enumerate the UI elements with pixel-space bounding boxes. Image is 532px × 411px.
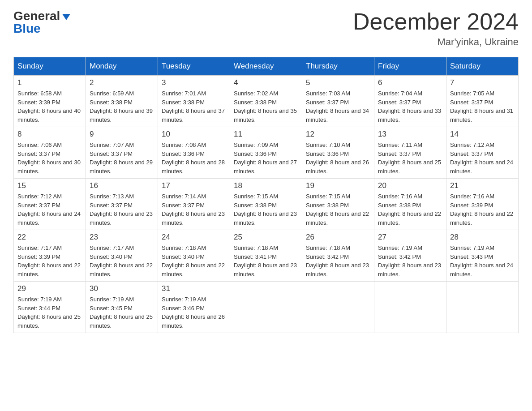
day-number: 24 [162, 233, 226, 242]
calendar-cell: 24 Sunrise: 7:18 AM Sunset: 3:40 PM Dayl… [158, 230, 230, 282]
day-number: 16 [90, 181, 154, 190]
calendar-cell [302, 282, 374, 333]
day-info: Sunrise: 7:18 AM Sunset: 3:42 PM Dayligh… [306, 244, 370, 278]
calendar-cell: 16 Sunrise: 7:13 AM Sunset: 3:37 PM Dayl… [86, 179, 158, 230]
day-info: Sunrise: 7:17 AM Sunset: 3:40 PM Dayligh… [90, 244, 154, 278]
calendar-cell: 28 Sunrise: 7:19 AM Sunset: 3:43 PM Dayl… [446, 230, 519, 282]
day-number: 31 [162, 284, 226, 293]
calendar-cell: 14 Sunrise: 7:12 AM Sunset: 3:37 PM Dayl… [446, 127, 519, 179]
day-number: 14 [450, 130, 515, 139]
day-info: Sunrise: 7:17 AM Sunset: 3:39 PM Dayligh… [17, 244, 82, 278]
day-number: 29 [17, 284, 82, 293]
day-info: Sunrise: 7:16 AM Sunset: 3:38 PM Dayligh… [378, 192, 442, 227]
day-number: 17 [162, 181, 226, 190]
calendar-week-3: 15 Sunrise: 7:12 AM Sunset: 3:37 PM Dayl… [14, 179, 519, 230]
day-info: Sunrise: 7:16 AM Sunset: 3:39 PM Dayligh… [450, 192, 515, 227]
day-info: Sunrise: 7:19 AM Sunset: 3:46 PM Dayligh… [162, 295, 226, 330]
day-info: Sunrise: 7:13 AM Sunset: 3:37 PM Dayligh… [90, 192, 154, 227]
calendar-week-4: 22 Sunrise: 7:17 AM Sunset: 3:39 PM Dayl… [14, 230, 519, 282]
calendar-week-2: 8 Sunrise: 7:06 AM Sunset: 3:37 PM Dayli… [14, 127, 519, 179]
day-number: 23 [90, 233, 154, 242]
calendar-cell: 30 Sunrise: 7:19 AM Sunset: 3:45 PM Dayl… [86, 282, 158, 333]
logo-blue-text: Blue [13, 21, 41, 36]
day-number: 26 [306, 233, 370, 242]
day-number: 9 [90, 130, 154, 139]
day-number: 5 [306, 78, 370, 87]
calendar-cell: 3 Sunrise: 7:01 AM Sunset: 3:38 PM Dayli… [158, 76, 230, 127]
day-info: Sunrise: 7:08 AM Sunset: 3:36 PM Dayligh… [162, 141, 226, 176]
calendar-cell: 6 Sunrise: 7:04 AM Sunset: 3:37 PM Dayli… [374, 76, 446, 127]
day-info: Sunrise: 7:05 AM Sunset: 3:37 PM Dayligh… [450, 89, 515, 124]
day-number: 15 [17, 181, 82, 190]
day-number: 1 [17, 78, 82, 87]
day-number: 4 [234, 78, 298, 87]
day-info: Sunrise: 7:12 AM Sunset: 3:37 PM Dayligh… [17, 192, 82, 227]
calendar-cell: 2 Sunrise: 6:59 AM Sunset: 3:38 PM Dayli… [86, 76, 158, 127]
calendar-week-5: 29 Sunrise: 7:19 AM Sunset: 3:44 PM Dayl… [14, 282, 519, 333]
col-thursday: Thursday [302, 57, 374, 76]
day-number: 2 [90, 78, 154, 87]
day-number: 11 [234, 130, 298, 139]
title-section: December 2024 Mar'yinka, Ukraine [353, 9, 519, 48]
day-info: Sunrise: 6:59 AM Sunset: 3:38 PM Dayligh… [90, 89, 154, 124]
month-year-title: December 2024 [353, 9, 519, 34]
calendar-cell: 26 Sunrise: 7:18 AM Sunset: 3:42 PM Dayl… [302, 230, 374, 282]
day-number: 10 [162, 130, 226, 139]
calendar-cell [446, 282, 519, 333]
day-number: 27 [378, 233, 442, 242]
col-tuesday: Tuesday [158, 57, 230, 76]
calendar-cell: 19 Sunrise: 7:15 AM Sunset: 3:38 PM Dayl… [302, 179, 374, 230]
calendar-cell: 10 Sunrise: 7:08 AM Sunset: 3:36 PM Dayl… [158, 127, 230, 179]
day-info: Sunrise: 7:19 AM Sunset: 3:45 PM Dayligh… [90, 295, 154, 330]
day-number: 20 [378, 181, 442, 190]
day-info: Sunrise: 7:15 AM Sunset: 3:38 PM Dayligh… [306, 192, 370, 227]
calendar-cell: 7 Sunrise: 7:05 AM Sunset: 3:37 PM Dayli… [446, 76, 519, 127]
day-info: Sunrise: 7:18 AM Sunset: 3:40 PM Dayligh… [162, 244, 226, 278]
day-number: 6 [378, 78, 442, 87]
day-number: 18 [234, 181, 298, 190]
day-number: 12 [306, 130, 370, 139]
calendar-cell: 23 Sunrise: 7:17 AM Sunset: 3:40 PM Dayl… [86, 230, 158, 282]
col-sunday: Sunday [14, 57, 86, 76]
day-info: Sunrise: 7:09 AM Sunset: 3:36 PM Dayligh… [234, 141, 298, 176]
col-monday: Monday [86, 57, 158, 76]
day-info: Sunrise: 7:02 AM Sunset: 3:38 PM Dayligh… [234, 89, 298, 124]
calendar-cell: 20 Sunrise: 7:16 AM Sunset: 3:38 PM Dayl… [374, 179, 446, 230]
calendar-cell: 29 Sunrise: 7:19 AM Sunset: 3:44 PM Dayl… [14, 282, 86, 333]
day-number: 22 [17, 233, 82, 242]
calendar-header-row: Sunday Monday Tuesday Wednesday Thursday… [14, 57, 519, 76]
day-info: Sunrise: 7:07 AM Sunset: 3:37 PM Dayligh… [90, 141, 154, 176]
day-number: 3 [162, 78, 226, 87]
day-number: 21 [450, 181, 515, 190]
logo-triangle-icon [62, 14, 70, 20]
day-info: Sunrise: 7:12 AM Sunset: 3:37 PM Dayligh… [450, 141, 515, 176]
day-info: Sunrise: 7:04 AM Sunset: 3:37 PM Dayligh… [378, 89, 442, 124]
day-info: Sunrise: 7:19 AM Sunset: 3:42 PM Dayligh… [378, 244, 442, 278]
logo: General Blue [13, 9, 70, 36]
day-info: Sunrise: 7:11 AM Sunset: 3:37 PM Dayligh… [378, 141, 442, 176]
calendar-cell: 25 Sunrise: 7:18 AM Sunset: 3:41 PM Dayl… [230, 230, 302, 282]
day-info: Sunrise: 7:01 AM Sunset: 3:38 PM Dayligh… [162, 89, 226, 124]
calendar-cell [374, 282, 446, 333]
calendar-cell: 11 Sunrise: 7:09 AM Sunset: 3:36 PM Dayl… [230, 127, 302, 179]
day-info: Sunrise: 6:58 AM Sunset: 3:39 PM Dayligh… [17, 89, 82, 124]
day-number: 25 [234, 233, 298, 242]
day-info: Sunrise: 7:19 AM Sunset: 3:43 PM Dayligh… [450, 244, 515, 278]
day-info: Sunrise: 7:03 AM Sunset: 3:37 PM Dayligh… [306, 89, 370, 124]
location-subtitle: Mar'yinka, Ukraine [353, 36, 519, 48]
day-number: 7 [450, 78, 515, 87]
calendar-cell: 12 Sunrise: 7:10 AM Sunset: 3:36 PM Dayl… [302, 127, 374, 179]
calendar-cell: 17 Sunrise: 7:14 AM Sunset: 3:37 PM Dayl… [158, 179, 230, 230]
col-friday: Friday [374, 57, 446, 76]
calendar-cell: 1 Sunrise: 6:58 AM Sunset: 3:39 PM Dayli… [14, 76, 86, 127]
calendar-cell: 15 Sunrise: 7:12 AM Sunset: 3:37 PM Dayl… [14, 179, 86, 230]
day-number: 28 [450, 233, 515, 242]
day-info: Sunrise: 7:14 AM Sunset: 3:37 PM Dayligh… [162, 192, 226, 227]
calendar-cell: 9 Sunrise: 7:07 AM Sunset: 3:37 PM Dayli… [86, 127, 158, 179]
calendar-cell: 13 Sunrise: 7:11 AM Sunset: 3:37 PM Dayl… [374, 127, 446, 179]
col-wednesday: Wednesday [230, 57, 302, 76]
day-info: Sunrise: 7:18 AM Sunset: 3:41 PM Dayligh… [234, 244, 298, 278]
calendar-week-1: 1 Sunrise: 6:58 AM Sunset: 3:39 PM Dayli… [14, 76, 519, 127]
page-header: General Blue December 2024 Mar'yinka, Uk… [13, 9, 519, 48]
calendar-cell: 31 Sunrise: 7:19 AM Sunset: 3:46 PM Dayl… [158, 282, 230, 333]
